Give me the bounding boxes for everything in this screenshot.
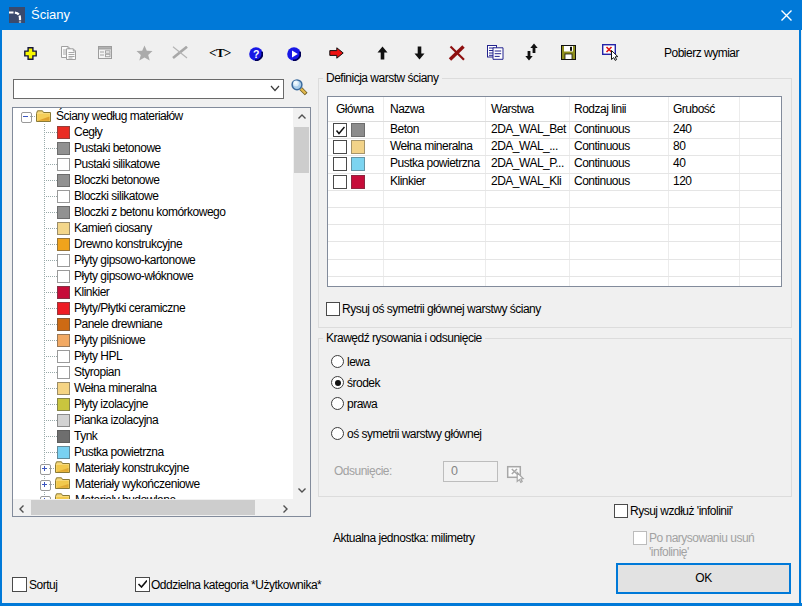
svg-text:?: ? [253,47,259,59]
